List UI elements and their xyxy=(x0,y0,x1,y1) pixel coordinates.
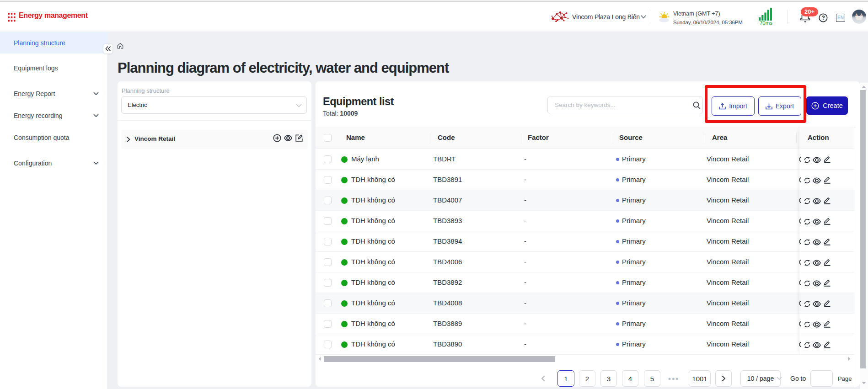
svg-text:?: ? xyxy=(821,15,825,21)
